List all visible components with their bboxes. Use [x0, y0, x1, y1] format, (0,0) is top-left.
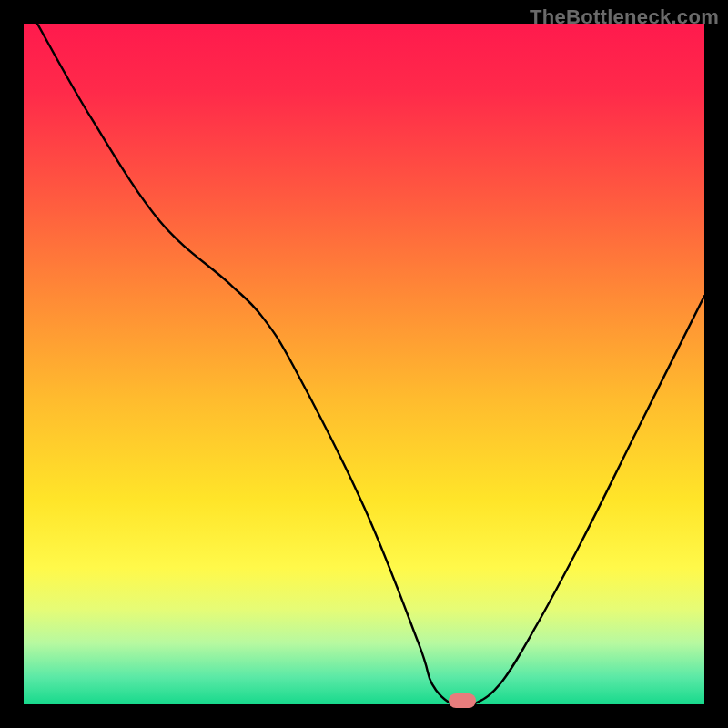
- optimal-marker: [449, 693, 476, 708]
- plot-area: [24, 24, 704, 704]
- bottleneck-curve: [24, 24, 704, 704]
- chart-frame: TheBottleneck.com: [0, 0, 728, 728]
- watermark-text: TheBottleneck.com: [530, 5, 719, 29]
